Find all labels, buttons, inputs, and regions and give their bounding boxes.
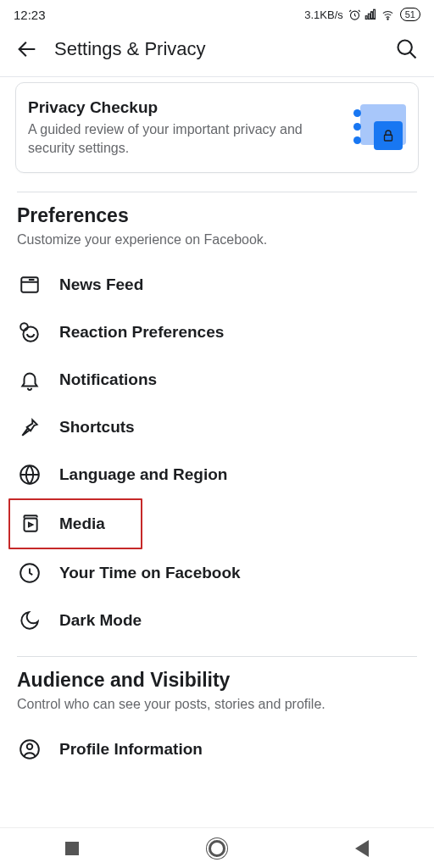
status-right: 3.1KB/s 51 bbox=[304, 8, 420, 21]
bell-icon bbox=[19, 369, 41, 391]
audience-subtitle: Control who can see your posts, stories … bbox=[17, 697, 417, 712]
svg-rect-4 bbox=[373, 9, 375, 19]
status-bar: 12:23 3.1KB/s 51 bbox=[0, 0, 434, 25]
section-audience: Audience and Visibility Control who can … bbox=[0, 669, 434, 773]
back-icon[interactable] bbox=[15, 37, 39, 61]
reaction-icon bbox=[19, 321, 41, 343]
svg-rect-3 bbox=[370, 11, 372, 19]
wifi-icon bbox=[381, 8, 395, 21]
item-label: Media bbox=[59, 515, 105, 533]
divider bbox=[0, 76, 434, 77]
news-feed-icon bbox=[19, 274, 41, 296]
svg-rect-2 bbox=[368, 14, 370, 19]
svg-point-6 bbox=[398, 41, 412, 54]
privacy-checkup-card[interactable]: Privacy Checkup A guided review of your … bbox=[15, 82, 419, 173]
media-icon bbox=[19, 513, 41, 535]
battery-indicator: 51 bbox=[400, 8, 420, 21]
preferences-subtitle: Customize your experience on Facebook. bbox=[17, 232, 417, 248]
item-profile-information[interactable]: Profile Information bbox=[17, 726, 417, 773]
preferences-title: Preferences bbox=[17, 204, 417, 227]
item-label: Profile Information bbox=[59, 740, 203, 759]
item-reaction-preferences[interactable]: Reaction Preferences bbox=[17, 309, 417, 356]
item-label: News Feed bbox=[59, 275, 143, 294]
moon-icon bbox=[19, 609, 41, 632]
divider bbox=[17, 656, 417, 657]
item-media[interactable]: Media bbox=[17, 500, 107, 548]
item-label: Notifications bbox=[59, 370, 157, 389]
svg-rect-1 bbox=[365, 15, 367, 19]
svg-rect-7 bbox=[385, 135, 392, 141]
status-icons bbox=[348, 8, 395, 21]
card-title: Privacy Checkup bbox=[28, 98, 343, 117]
item-shortcuts[interactable]: Shortcuts bbox=[17, 403, 417, 451]
highlight-media: Media bbox=[8, 498, 142, 549]
svg-point-5 bbox=[387, 18, 388, 19]
nav-recent-icon[interactable] bbox=[65, 842, 79, 855]
search-icon[interactable] bbox=[395, 37, 419, 61]
item-notifications[interactable]: Notifications bbox=[17, 356, 417, 403]
divider bbox=[17, 192, 417, 192]
globe-icon bbox=[19, 464, 41, 486]
signal-icon bbox=[364, 8, 377, 21]
item-dark-mode[interactable]: Dark Mode bbox=[17, 597, 417, 644]
status-net-speed: 3.1KB/s bbox=[304, 8, 343, 21]
audience-title: Audience and Visibility bbox=[17, 669, 417, 692]
alarm-icon bbox=[348, 8, 361, 21]
profile-icon bbox=[19, 738, 41, 760]
clock-icon bbox=[19, 562, 41, 584]
item-label: Dark Mode bbox=[59, 611, 142, 630]
header: Settings & Privacy bbox=[0, 25, 434, 76]
item-language-region[interactable]: Language and Region bbox=[17, 451, 417, 498]
item-label: Your Time on Facebook bbox=[59, 564, 241, 582]
item-label: Reaction Preferences bbox=[59, 323, 224, 342]
android-nav-bar bbox=[0, 827, 434, 868]
pin-icon bbox=[19, 416, 41, 438]
item-your-time[interactable]: Your Time on Facebook bbox=[17, 549, 417, 597]
card-subtitle: A guided review of your important privac… bbox=[28, 120, 343, 157]
status-time: 12:23 bbox=[14, 8, 46, 22]
privacy-illustration-icon bbox=[353, 104, 406, 152]
page-title: Settings & Privacy bbox=[54, 38, 380, 60]
item-news-feed[interactable]: News Feed bbox=[17, 261, 417, 309]
nav-back-icon[interactable] bbox=[355, 840, 369, 857]
item-label: Shortcuts bbox=[59, 418, 135, 437]
svg-point-9 bbox=[23, 327, 37, 342]
svg-point-15 bbox=[27, 744, 33, 750]
nav-home-icon[interactable] bbox=[209, 840, 225, 857]
item-label: Language and Region bbox=[59, 465, 227, 484]
section-preferences: Preferences Customize your experience on… bbox=[0, 204, 434, 644]
